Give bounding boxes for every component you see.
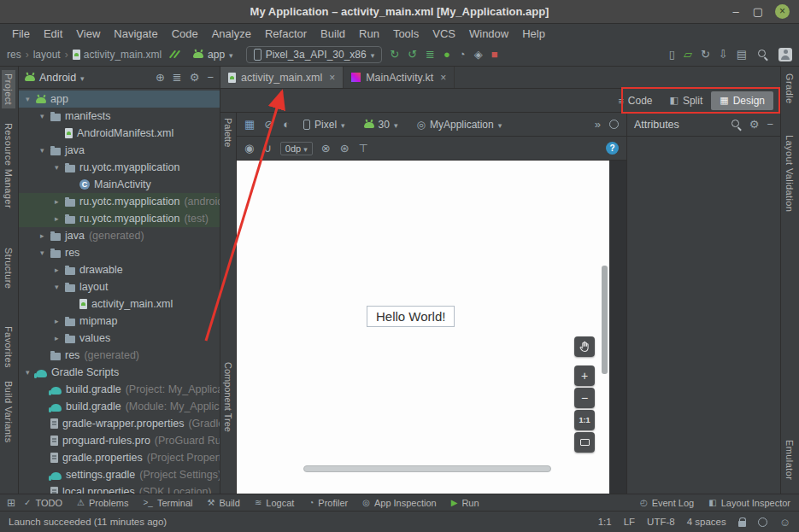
debug-icon[interactable]: ● <box>444 49 450 60</box>
tree-item-layout[interactable]: ▾layout <box>19 278 220 295</box>
maximize-button[interactable]: ▢ <box>747 5 769 18</box>
zoom-reset-button[interactable]: 1:1 <box>574 410 595 430</box>
tree-item-mipmap[interactable]: ▸mipmap <box>19 313 220 330</box>
minimize-button[interactable]: – <box>725 5 747 18</box>
device-screen-canvas[interactable]: Hello World! <box>237 161 609 494</box>
device-select[interactable]: Pixel_3a_API_30_x86 <box>246 46 383 63</box>
menu-file[interactable]: File <box>5 27 37 40</box>
help-icon[interactable]: ? <box>606 142 619 155</box>
locate-file-icon[interactable]: ⊕ <box>156 72 165 83</box>
close-tab-icon[interactable]: × <box>329 72 335 84</box>
tool-button-event-log[interactable]: ◴Event Log <box>640 498 694 508</box>
run-tasks-icon[interactable]: ≣ <box>426 49 435 60</box>
tool-window-project[interactable]: Project <box>2 70 15 108</box>
chevron-down-icon[interactable]: ▾ <box>40 146 50 155</box>
tool-button-terminal[interactable]: >_Terminal <box>143 498 192 508</box>
tool-button-build[interactable]: ⚒Build <box>207 498 239 508</box>
component-tree-tab[interactable]: Component Tree <box>223 362 233 432</box>
mode-design[interactable]: ▦Design <box>711 91 773 110</box>
status-lf[interactable]: LF <box>624 517 635 527</box>
autoconnect-magnet-icon[interactable]: ∪ <box>263 143 272 154</box>
lock-icon[interactable] <box>738 521 746 527</box>
tool-button-layout-inspector[interactable]: ◧Layout Inspector <box>708 498 790 508</box>
palette-tab[interactable]: Palette <box>223 118 233 147</box>
close-tab-icon[interactable]: × <box>440 72 446 84</box>
feedback-smiley-icon[interactable] <box>779 516 790 529</box>
horizontal-scrollbar[interactable] <box>303 465 551 472</box>
vertical-scrollbar[interactable] <box>602 266 608 374</box>
tree-item-java-generated[interactable]: ▸java(generated) <box>19 227 220 244</box>
close-button[interactable]: × <box>775 4 790 19</box>
chevron-right-icon[interactable]: ▸ <box>55 266 65 274</box>
gear-icon[interactable]: ⚙ <box>749 119 760 130</box>
visibility-icon[interactable]: ◉ <box>244 143 254 154</box>
chevron-down-icon[interactable]: ▾ <box>55 163 65 172</box>
menu-view[interactable]: View <box>69 27 107 40</box>
night-mode-icon[interactable]: ◐ <box>283 119 290 130</box>
chevron-right-icon[interactable]: ▸ <box>40 231 50 240</box>
menu-analyze[interactable]: Analyze <box>205 27 258 40</box>
tree-item-androidmanifest-xml[interactable]: AndroidManifest.xml <box>19 125 220 142</box>
status-1-1[interactable]: 1:1 <box>598 517 612 527</box>
tool-button-logcat[interactable]: ≋Logcat <box>255 498 294 508</box>
background-tasks-icon[interactable] <box>758 517 767 527</box>
tool-button-profiler[interactable]: ◔Profiler <box>308 498 348 508</box>
tool-window-favorites[interactable]: Favorites <box>2 323 15 371</box>
mode-code[interactable]: ≡Code <box>609 91 661 110</box>
run-configuration-select[interactable]: app <box>188 47 238 62</box>
tree-item-java[interactable]: ▾java <box>19 142 220 159</box>
menu-edit[interactable]: Edit <box>37 27 69 40</box>
profile-icon[interactable]: ◔ <box>459 49 466 60</box>
hide-icon[interactable]: − <box>767 119 773 130</box>
settings-icon[interactable]: ⚙ <box>190 72 200 83</box>
zoom-out-button[interactable]: − <box>574 388 595 408</box>
chevron-down-icon[interactable]: ▾ <box>40 112 50 120</box>
tree-item-app[interactable]: ▾app <box>19 91 220 108</box>
tree-item-proguard-rules-pro-proguard-rules-for-my-application[interactable]: proguard-rules.pro(ProGuard Rules for My… <box>19 432 220 449</box>
structure-view-icon[interactable]: ▤ <box>737 49 747 60</box>
breadcrumb-res[interactable]: res <box>7 49 21 61</box>
stop-icon[interactable]: ■ <box>491 49 498 60</box>
pan-button[interactable] <box>574 336 595 357</box>
tree-item-drawable[interactable]: ▸drawable <box>19 261 220 278</box>
tree-item-manifests[interactable]: ▾manifests <box>19 108 220 125</box>
tree-item-build-gradle-module-my-application-app[interactable]: build.gradle(Module: My_Application.app) <box>19 398 220 415</box>
tree-item-values[interactable]: ▸values <box>19 330 220 347</box>
avd-manager-icon[interactable]: ▱ <box>684 49 692 60</box>
status-utf-8[interactable]: UTF-8 <box>647 517 675 527</box>
device-manager-icon[interactable]: ▯ <box>669 49 675 60</box>
breadcrumb-activity-main-xml[interactable]: activity_main.xml <box>73 49 162 61</box>
tool-button-problems[interactable]: ⚠Problems <box>77 498 128 508</box>
menu-code[interactable]: Code <box>165 27 205 40</box>
profile-avatar[interactable] <box>778 48 792 61</box>
mode-split[interactable]: ◧Split <box>661 91 711 110</box>
clear-constraints-icon[interactable]: ⊗ <box>321 143 331 154</box>
tree-item-settings-gradle-project-settings[interactable]: settings.gradle(Project Settings) <box>19 466 220 483</box>
chevron-down-icon[interactable]: ▾ <box>26 95 36 103</box>
tree-item-local-properties-sdk-location[interactable]: local.properties(SDK Location) <box>19 483 220 494</box>
zoom-in-button[interactable]: + <box>574 365 595 386</box>
tool-window-emulator[interactable]: Emulator <box>783 436 796 483</box>
tool-button-run[interactable]: ▶Run <box>451 498 479 508</box>
default-margin-select[interactable]: 0dp <box>280 142 313 155</box>
hide-panel-icon[interactable]: − <box>207 72 214 83</box>
menu-help[interactable]: Help <box>515 27 552 40</box>
menu-tools[interactable]: Tools <box>386 27 426 40</box>
status-4-spaces[interactable]: 4 spaces <box>687 517 726 527</box>
orientation-icon[interactable]: ⊘ <box>264 119 273 130</box>
theme-select[interactable]: MyApplication <box>412 117 508 132</box>
tree-item-gradle-properties-project-properties[interactable]: gradle.properties(Project Properties) <box>19 449 220 466</box>
tree-item-ru-yotc-myapplication[interactable]: ▾ru.yotc.myapplication <box>19 159 220 176</box>
design-surface-icon[interactable]: ▦ <box>244 119 255 130</box>
editor-tab-activity-main-xml[interactable]: activity_main.xml× <box>220 67 344 88</box>
menu-vcs[interactable]: VCS <box>426 27 462 40</box>
tool-button-todo[interactable]: ✓TODO <box>24 498 62 508</box>
fit-screen-button[interactable] <box>574 432 595 453</box>
tree-item-gradle-scripts[interactable]: ▾Gradle Scripts <box>19 364 220 381</box>
tool-window-layout-validation[interactable]: Layout Validation <box>783 132 796 215</box>
tree-item-res-generated[interactable]: res(generated) <box>19 347 220 364</box>
coverage-icon[interactable]: ◈ <box>474 49 483 60</box>
api-level-select[interactable]: 30 <box>359 117 403 132</box>
search-everywhere-icon[interactable] <box>757 49 768 60</box>
design-device-select[interactable]: Pixel <box>298 117 350 132</box>
